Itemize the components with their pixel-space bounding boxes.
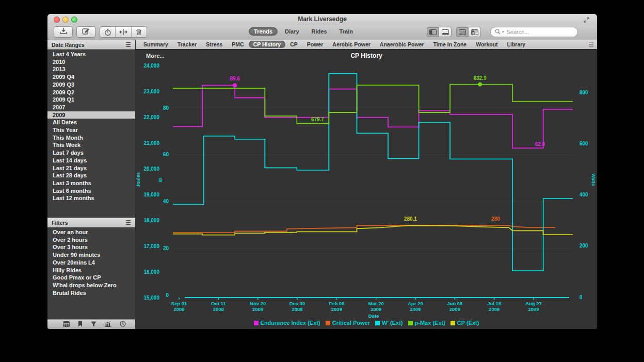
filters-header: Filters ☰ (47, 218, 135, 227)
compose-icon (82, 27, 90, 37)
date-range-item-last-14-days[interactable]: Last 14 days (47, 157, 135, 164)
filter-item-good-pmax-or-cp[interactable]: Good Pmax or CP (47, 274, 135, 282)
filter-item-brutal-rides[interactable]: Brutal Rides (47, 289, 135, 297)
annotation-89.6: 89.6 (230, 76, 240, 81)
date-range-item-2013[interactable]: 2013 (47, 65, 135, 73)
date-range-item-last-12-months[interactable]: Last 12 months (47, 194, 135, 202)
date-range-item-2009-q4[interactable]: 2009 Q4 (47, 73, 135, 81)
svg-text:2009: 2009 (528, 306, 539, 312)
app-window: Mark Liversedge TrendsD (47, 14, 597, 329)
tab-aerobic-power[interactable]: Aerobic Power (328, 41, 375, 48)
date-range-item-2010[interactable]: 2010 (47, 58, 135, 66)
tab-time-in-zone[interactable]: Time In Zone (429, 41, 472, 48)
toggle-sidebar-button[interactable] (427, 27, 439, 37)
tab-cp[interactable]: CP (285, 41, 302, 48)
filter-item-hilly-rides[interactable]: Hilly Rides (47, 267, 135, 274)
x-axis-title: Date (368, 313, 379, 319)
main-toolbar: TrendsDiaryRidesTrain ▾ (47, 25, 597, 40)
filter-item-over-2-hours[interactable]: Over 2 hours (47, 236, 135, 244)
tiled-view-button[interactable] (469, 27, 481, 37)
split-view-button[interactable] (115, 27, 131, 37)
date-range-item-this-month[interactable]: This Month (47, 134, 135, 142)
date-range-item-2007[interactable]: 2007 (47, 104, 135, 111)
filter-item-w-bal-drops-below-zero[interactable]: W'bal drops below Zero (47, 282, 135, 289)
tab-stress[interactable]: Stress (201, 41, 227, 48)
filter-item-over-an-hour[interactable]: Over an hour (47, 228, 135, 236)
chart-bars-icon[interactable] (105, 320, 111, 329)
date-range-item-last-4-years[interactable]: Last 4 Years (47, 51, 135, 58)
segment-diary[interactable]: Diary (280, 27, 304, 36)
tab-summary[interactable]: Summary (139, 41, 173, 48)
filters-menu-icon[interactable]: ☰ (125, 219, 131, 226)
date-ranges-list: Last 4 Years201020132009 Q42009 Q32009 Q… (47, 50, 135, 202)
x-tick-label: Apr 29 (408, 301, 423, 306)
search-input[interactable] (506, 28, 573, 36)
date-range-item-2009-q3[interactable]: 2009 Q3 (47, 81, 135, 89)
single-view-button[interactable] (456, 27, 469, 37)
date-range-item-this-week[interactable]: This Week (47, 141, 135, 149)
annotation-832.9: 832.9 (474, 75, 487, 81)
tab-tracker[interactable]: Tracker (173, 41, 201, 48)
fullscreen-icon[interactable] (583, 16, 590, 25)
date-range-item-all-dates[interactable]: All Dates (47, 119, 135, 126)
date-range-item-last-21-days[interactable]: Last 21 days (47, 164, 135, 172)
tabbar-menu-icon[interactable]: ☰ (588, 41, 594, 48)
joules-tick-label: 20,000 (143, 166, 159, 172)
filter-item-under-90-minutes[interactable]: Under 90 minutes (47, 251, 135, 259)
sidebar: Date Ranges ☰ Last 4 Years201020132009 Q… (47, 40, 136, 329)
svg-text:2009: 2009 (489, 306, 500, 312)
segment-train[interactable]: Train (334, 27, 358, 36)
ei-tick-label: 40 (163, 199, 169, 204)
date-range-item-last-7-days[interactable]: Last 7 days (47, 149, 135, 157)
legend-label: CP (Ext) (457, 320, 479, 326)
stopwatch-button[interactable] (100, 27, 115, 37)
tab-cp-history[interactable]: CP History (249, 41, 286, 48)
annotation-62.8: 62.8 (535, 141, 545, 147)
joules-tick-label: 24,000 (143, 63, 159, 69)
search-scope-chevron-icon[interactable]: ▾ (502, 30, 504, 34)
date-range-item-last-6-months[interactable]: Last 6 months (47, 187, 135, 195)
date-range-item-last-3-months[interactable]: Last 3 months (47, 179, 135, 187)
date-range-item-last-28-days[interactable]: Last 28 days (47, 172, 135, 179)
date-range-item-this-year[interactable]: This Year (47, 126, 135, 134)
calendar-icon[interactable] (63, 320, 70, 329)
tab-anaerobic-power[interactable]: Anaerobic Power (375, 41, 429, 48)
tab-workout[interactable]: Workout (471, 41, 502, 48)
x-tick-label: Mar 20 (368, 301, 384, 306)
segment-rides[interactable]: Rides (307, 27, 332, 36)
tab-pmc[interactable]: PMC (227, 41, 248, 48)
svg-text:2008: 2008 (213, 306, 224, 312)
toolbar-button-group (100, 26, 147, 38)
filter-item-over-3-hours[interactable]: Over 3 hours (47, 243, 135, 251)
ei-axis-title: EI (158, 177, 163, 182)
tab-power[interactable]: Power (302, 41, 328, 48)
toggle-bottombar-button[interactable] (439, 27, 452, 37)
tab-library[interactable]: Library (503, 41, 530, 48)
import-activity-button[interactable] (54, 26, 73, 38)
manual-entry-button[interactable] (76, 26, 95, 38)
trash-button[interactable] (131, 27, 147, 37)
filter-funnel-icon[interactable] (91, 320, 96, 329)
joules-tick-label: 21,000 (143, 140, 159, 146)
bookmark-icon[interactable] (78, 320, 83, 329)
date-ranges-menu-icon[interactable]: ☰ (125, 41, 131, 48)
date-range-item-2009[interactable]: 2009 (47, 111, 135, 119)
ei-tick-label: 0 (166, 292, 169, 298)
date-range-item-2009-q2[interactable]: 2009 Q2 (47, 89, 135, 96)
legend-label: Critical Power (332, 320, 370, 326)
title-bar: Mark Liversedge (47, 14, 597, 25)
legend-swatch (375, 321, 380, 325)
legend-swatch (450, 321, 455, 325)
filters-title: Filters (52, 220, 68, 226)
filter-item-over-20mins-l4[interactable]: Over 20mins L4 (47, 259, 135, 267)
x-tick-label: Dec 30 (289, 301, 305, 306)
joules-tick-label: 17,000 (143, 243, 159, 249)
series-marker (478, 83, 482, 87)
sidebar-toggle-group (427, 27, 452, 37)
clock-icon[interactable] (120, 320, 126, 329)
date-range-item-2009-q1[interactable]: 2009 Q1 (47, 96, 135, 104)
legend-item: Endurance Index (Ext) (254, 320, 320, 326)
segment-trends[interactable]: Trends (249, 27, 278, 36)
search-field[interactable]: ▾ (490, 27, 578, 37)
main-area: SummaryTrackerStressPMCCP HistoryCPPower… (136, 40, 597, 329)
